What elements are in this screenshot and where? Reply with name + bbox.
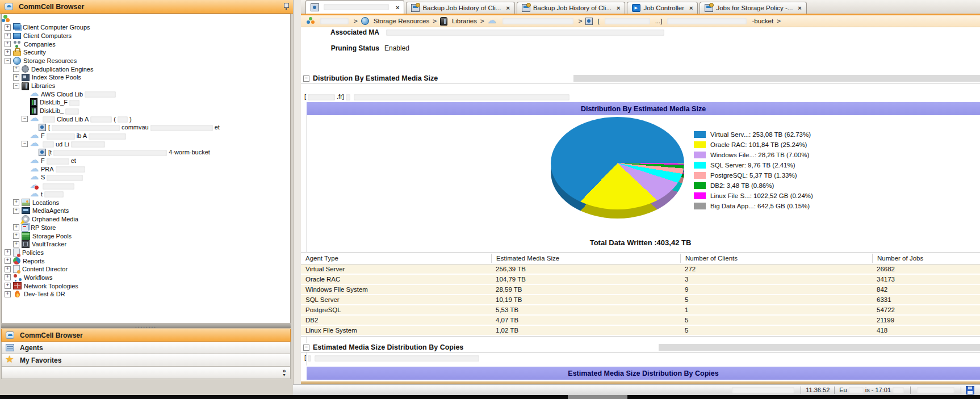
tree-node[interactable]: Fet: [2, 157, 290, 165]
breadcrumb-item[interactable]: [603, 18, 652, 24]
reports-icon: [13, 257, 20, 264]
save-icon[interactable]: [966, 386, 974, 394]
table-row: DB24,07 TB521199: [301, 316, 980, 326]
expand-expander-icon[interactable]: +: [5, 266, 11, 272]
tab-backup-job-history-of-cli[interactable]: Backup Job History of Cli...×: [517, 2, 626, 14]
breadcrumb-item[interactable]: [665, 18, 748, 24]
text-fragment: Network Topologies: [24, 283, 78, 289]
expand-expander-icon[interactable]: +: [5, 41, 11, 47]
redacted-text: [386, 30, 664, 36]
status-separator: [910, 387, 911, 394]
text-fragment: et: [71, 157, 76, 164]
tree-node[interactable]: +Client Computer Groups: [2, 23, 290, 32]
legend-label: Oracle RAC: 101,84 TB (25.24%): [710, 141, 807, 148]
legend-item: Oracle RAC: 101,84 TB (25.24%): [694, 140, 813, 150]
expand-expander-icon[interactable]: +: [13, 208, 19, 214]
sidebar-panel-my-favorites[interactable]: My Favorites: [1, 354, 291, 367]
collapse-icon[interactable]: −: [303, 345, 309, 351]
tree-node[interactable]: +Dev-Test & DR: [2, 290, 290, 299]
tab-backup-job-history-of-cli[interactable]: Backup Job History of Cli...×: [406, 2, 515, 14]
breadcrumb-item[interactable]: -bucket: [752, 18, 773, 24]
expand-expander-icon[interactable]: +: [5, 283, 11, 289]
tab-library[interactable]: ×: [305, 0, 404, 14]
tree-node[interactable]: +Storage Pools: [2, 232, 290, 240]
tree-node[interactable]: DiskLib_F: [2, 98, 290, 107]
tree-node[interactable]: +Security: [2, 48, 290, 57]
expand-expander-icon[interactable]: +: [5, 33, 11, 39]
tab-bar: ×Backup Job History of Cli...×Backup Job…: [301, 0, 980, 14]
tree-node[interactable]: +Deduplication Engines: [2, 65, 290, 73]
expand-expander-icon[interactable]: +: [13, 199, 19, 205]
tree-node[interactable]: Orphaned Media: [2, 215, 290, 224]
expand-expander-icon[interactable]: +: [5, 24, 11, 31]
tree-node[interactable]: +Locations: [2, 198, 290, 207]
sidebar-panel-commcell-browser[interactable]: CommCell Browser: [1, 329, 291, 342]
breadcrumb-item[interactable]: [488, 18, 575, 25]
tree-node[interactable]: AWS Cloud Lib: [2, 90, 290, 99]
column-header[interactable]: Number of Clients: [680, 254, 872, 263]
tree-node[interactable]: +Reports: [2, 257, 290, 265]
expand-expander-icon[interactable]: +: [5, 291, 11, 297]
expand-expander-icon[interactable]: +: [13, 233, 19, 239]
table-cell: 842: [872, 286, 980, 293]
tree-node[interactable]: Fib A: [2, 132, 290, 140]
collapse-expander-icon[interactable]: −: [13, 83, 19, 89]
column-header[interactable]: Number of Jobs: [872, 254, 980, 263]
breadcrumb-item[interactable]: ...]: [655, 18, 663, 24]
tree-node[interactable]: +RP Store: [2, 224, 290, 232]
breadcrumb-item[interactable]: Storage Resources: [361, 17, 429, 25]
tab-close-icon[interactable]: ×: [396, 4, 399, 11]
tree-node[interactable]: −Storage Resources: [2, 57, 290, 65]
tree-node[interactable]: DiskLib_: [2, 107, 290, 115]
tree-node[interactable]: +Companies: [2, 40, 290, 48]
column-header[interactable]: Agent Type: [301, 254, 491, 263]
tree-node[interactable]: −Cloud Lib A(): [2, 115, 290, 124]
legend-item: PostgreSQL: 5,37 TB (1.33%): [694, 170, 813, 180]
tree-node[interactable]: PRA: [2, 165, 290, 174]
tree-node[interactable]: +Index Store Pools: [2, 73, 290, 82]
tree-node[interactable]: +Client Computers: [2, 32, 290, 40]
tree-node[interactable]: +Content Director: [2, 265, 290, 274]
collapse-expander-icon[interactable]: −: [5, 58, 11, 64]
expand-expander-icon[interactable]: +: [5, 49, 11, 56]
collapse-expander-icon[interactable]: −: [22, 116, 28, 122]
tree-node[interactable]: −ud Li: [2, 140, 290, 149]
expand-expander-icon[interactable]: +: [5, 249, 11, 255]
sidebar-panel-agents[interactable]: Agents: [1, 342, 291, 354]
column-header[interactable]: Estimated Media Size: [491, 254, 680, 263]
table-cell: PostgreSQL: [301, 306, 491, 313]
tree-node[interactable]: +Policies: [2, 249, 290, 257]
tree-node[interactable]: +VaultTracker: [2, 240, 290, 249]
sidebar-splitter[interactable]: ........: [1, 324, 291, 328]
tab-close-icon[interactable]: ×: [798, 5, 801, 11]
tree-node[interactable]: S: [2, 173, 290, 182]
more-panels-button[interactable]: »▼: [282, 368, 286, 377]
tree-node[interactable]: [t4-worm-bucket: [2, 148, 290, 157]
expand-expander-icon[interactable]: +: [13, 224, 19, 230]
expand-expander-icon[interactable]: +: [5, 274, 11, 280]
tab-job-controller[interactable]: Job Controller×: [627, 2, 698, 14]
tab-close-icon[interactable]: ×: [506, 5, 510, 11]
tree-node[interactable]: +Network Topologies: [2, 282, 290, 290]
breadcrumb-item[interactable]: [: [585, 18, 599, 25]
expand-expander-icon[interactable]: +: [13, 66, 19, 72]
breadcrumb-item[interactable]: [319, 18, 350, 24]
tree-node[interactable]: [commvauet: [2, 123, 290, 132]
text-fragment: Storage Resources: [23, 57, 77, 64]
expand-expander-icon[interactable]: +: [13, 74, 19, 81]
tab-jobs-for-storage-policy[interactable]: Jobs for Storage Policy -...×: [700, 2, 806, 14]
collapse-icon[interactable]: −: [303, 75, 309, 82]
tree-node[interactable]: +Workflows: [2, 274, 290, 282]
tree-node[interactable]: [2, 182, 290, 190]
collapse-expander-icon[interactable]: −: [22, 141, 28, 147]
expand-expander-icon[interactable]: +: [5, 258, 11, 264]
expand-expander-icon[interactable]: +: [13, 241, 19, 247]
text-fragment: Orphaned Media: [32, 216, 78, 222]
tree-node[interactable]: +MediaAgents: [2, 207, 290, 215]
tab-close-icon[interactable]: ×: [689, 5, 693, 11]
breadcrumb-item[interactable]: Libraries: [440, 17, 477, 26]
tree-node[interactable]: t: [2, 190, 290, 199]
tree-node[interactable]: −Libraries: [2, 82, 290, 90]
pin-icon[interactable]: [283, 3, 288, 10]
tab-close-icon[interactable]: ×: [617, 5, 620, 11]
